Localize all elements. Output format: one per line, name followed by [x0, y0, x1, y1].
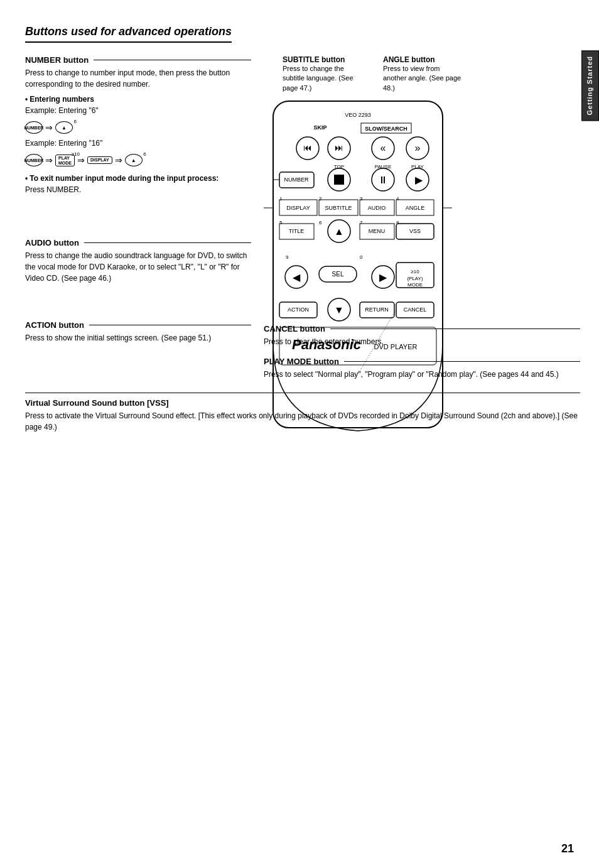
top-labels: SUBTITLE button Press to change the subt… [264, 55, 580, 93]
page-number: 21 [561, 842, 574, 855]
svg-text:2: 2 [319, 196, 322, 202]
svg-text:▶: ▶ [379, 272, 387, 283]
svg-text:RETURN: RETURN [365, 307, 389, 313]
exit-header: To exit number input mode during the inp… [25, 174, 251, 183]
right-column: SUBTITLE button Press to change the subt… [264, 55, 580, 450]
svg-text:6: 6 [319, 220, 322, 225]
svg-text:AUDIO: AUDIO [368, 205, 386, 211]
subtitle-text: Press to change the subtitle language. (… [283, 64, 364, 93]
svg-text:≥10: ≥10 [411, 269, 419, 274]
svg-text:VEO 2293: VEO 2293 [345, 112, 371, 118]
example1-diagram: NUMBER ⇒ ▲ 6 [25, 121, 251, 134]
play-mode-text: Press to select "Normal play", "Program … [264, 369, 580, 380]
svg-text:8: 8 [396, 220, 399, 225]
svg-text:»: » [415, 143, 421, 153]
display-btn-icon: DISPLAY [87, 156, 112, 164]
svg-text:1: 1 [279, 196, 283, 202]
svg-text:▼: ▼ [334, 305, 344, 315]
svg-text:«: « [380, 143, 386, 153]
example2-diagram: NUMBER ⇒ PLAYMODE ≥10 ⇒ DISPLAY ⇒ ▲ 6 [25, 154, 251, 166]
subtitle-heading: SUBTITLE button [283, 55, 364, 64]
svg-text:SLOW/SEARCH: SLOW/SEARCH [365, 126, 407, 132]
svg-text:MENU: MENU [369, 228, 386, 234]
audio-button-text: Press to change the audio soundtrack lan… [25, 250, 251, 284]
action-button-section: ACTION button Press to show the initial … [25, 320, 251, 344]
svg-text:5: 5 [279, 220, 283, 225]
number-button-text: Press to change to number input mode, th… [25, 67, 251, 90]
action-button-header: ACTION button [25, 320, 251, 330]
number-btn-icon2: NUMBER [25, 154, 43, 166]
example2-label: Example: Entering "16" [25, 138, 251, 149]
svg-text:SEL: SEL [332, 271, 344, 278]
page-title: Buttons used for advanced operations [25, 25, 232, 43]
svg-text:DISPLAY: DISPLAY [286, 205, 310, 211]
entering-numbers-header: Entering numbers [25, 95, 251, 104]
side-tab: Getting Started [581, 50, 599, 121]
svg-text:9: 9 [286, 254, 289, 260]
svg-text:(PLAY): (PLAY) [407, 276, 423, 281]
svg-text:3: 3 [360, 196, 363, 202]
svg-text:⏭: ⏭ [335, 143, 343, 153]
svg-text:◀: ◀ [293, 272, 301, 283]
up-btn-icon: ▲ [55, 121, 73, 134]
superscript6b: 6 [143, 151, 146, 157]
number-button-section: NUMBER button Press to change to number … [25, 55, 251, 195]
up-btn-icon2: ▲ [125, 154, 143, 166]
svg-rect-19 [334, 175, 344, 185]
remote-diagram: VEO 2293 SKIP SLOW/SEARCH ⏮ ⏭ « [264, 98, 580, 450]
svg-text:⏮: ⏮ [303, 143, 312, 153]
arrow4: ⇒ [115, 155, 122, 165]
arrow2: ⇒ [45, 155, 53, 165]
audio-button-header: AUDIO button [25, 238, 251, 247]
action-button-text: Press to show the initial settings scree… [25, 332, 251, 344]
svg-text:7: 7 [360, 220, 363, 225]
svg-text:MODE: MODE [407, 282, 423, 288]
example1-label: Example: Entering "6" [25, 105, 251, 116]
svg-text:ACTION: ACTION [288, 307, 309, 313]
left-column: NUMBER button Press to change to number … [25, 55, 251, 450]
spacer1 [25, 200, 251, 238]
angle-text: Press to view from another angle. (See p… [383, 64, 465, 93]
svg-text:SKIP: SKIP [313, 124, 326, 131]
arrow1: ⇒ [45, 122, 53, 133]
angle-heading: ANGLE button [383, 55, 465, 64]
svg-text:▶: ▶ [415, 175, 423, 185]
subtitle-label-block: SUBTITLE button Press to change the subt… [283, 55, 364, 93]
svg-text:SUBTITLE: SUBTITLE [325, 205, 352, 211]
svg-text:⏸: ⏸ [378, 175, 388, 185]
remote-svg: VEO 2293 SKIP SLOW/SEARCH ⏮ ⏭ « [264, 98, 452, 450]
number-button-header: NUMBER button [25, 55, 251, 65]
svg-text:▲: ▲ [334, 226, 344, 237]
audio-button-section: AUDIO button Press to change the audio s… [25, 238, 251, 284]
svg-text:VSS: VSS [409, 228, 421, 234]
svg-text:NUMBER: NUMBER [284, 176, 309, 183]
exit-text: Press NUMBER. [25, 184, 251, 195]
svg-text:ANGLE: ANGLE [406, 205, 425, 211]
svg-text:4: 4 [396, 196, 399, 202]
main-layout: NUMBER button Press to change to number … [25, 55, 580, 450]
superscript6: 6 [74, 119, 77, 124]
page-container: Getting Started Buttons used for advance… [0, 0, 599, 868]
exit-section: To exit number input mode during the inp… [25, 174, 251, 195]
angle-label-block: ANGLE button Press to view from another … [383, 55, 465, 93]
spacer2 [25, 289, 251, 320]
svg-text:TITLE: TITLE [289, 228, 305, 234]
superscript210: ≥10 [72, 151, 80, 157]
svg-text:0: 0 [360, 254, 363, 260]
svg-text:CANCEL: CANCEL [404, 307, 427, 313]
number-btn-icon: NUMBER [25, 121, 43, 134]
